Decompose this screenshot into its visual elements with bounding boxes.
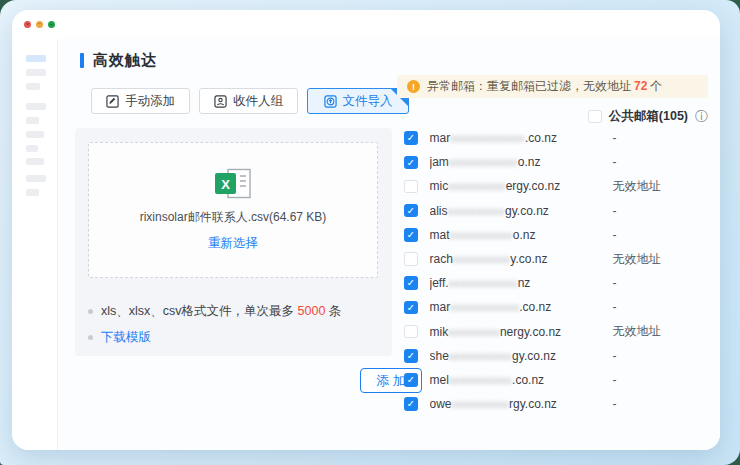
page-title-row: 高效触达 bbox=[80, 51, 157, 70]
sidebar-item[interactable] bbox=[26, 189, 39, 196]
email-checkbox[interactable] bbox=[404, 325, 418, 339]
sidebar-item[interactable] bbox=[26, 158, 44, 165]
masked-email-part: xxxxxxxxxx bbox=[448, 180, 506, 192]
warning-icon: ! bbox=[407, 80, 420, 93]
check-icon: ✓ bbox=[407, 133, 415, 143]
public-mailbox-row: 公共邮箱(105) ⓘ bbox=[397, 108, 708, 125]
tab-label: 文件导入 bbox=[343, 93, 393, 110]
email-checkbox[interactable]: ✓ bbox=[404, 349, 418, 363]
tab-label: 收件人组 bbox=[233, 93, 283, 110]
check-icon: ✓ bbox=[407, 375, 415, 385]
tab-manual-add[interactable]: 手动添加 bbox=[91, 88, 190, 114]
email-address: marxxxxxxxxxxxx.co.nz bbox=[430, 300, 613, 314]
format-hint: xls、xlsx、csv格式文件，单次最多 5000 条 bbox=[88, 303, 341, 320]
zoom-icon[interactable]: + bbox=[48, 21, 55, 28]
email-status: - bbox=[613, 204, 617, 218]
masked-email-part: xxxxxxxxxx bbox=[453, 253, 511, 265]
download-template-link[interactable]: 下载模版 bbox=[101, 329, 151, 346]
email-checkbox[interactable] bbox=[404, 252, 418, 266]
upload-panel: X rixinsolar邮件联系人.csv(64.67 KB) 重新选择 xls… bbox=[75, 128, 392, 356]
tab-label: 手动添加 bbox=[125, 93, 175, 110]
email-checkbox[interactable]: ✓ bbox=[404, 228, 418, 242]
email-row: ✓ owexxxxxxxxxxrgy.co.nz - bbox=[404, 392, 716, 416]
email-address: mikxxxxxxxxxnergy.co.nz bbox=[430, 325, 613, 339]
masked-email-part: xxxxxxxxxxx bbox=[450, 229, 513, 241]
info-icon[interactable]: ⓘ bbox=[695, 110, 708, 123]
email-address: shexxxxxxxxxxxgy.co.nz bbox=[430, 349, 613, 363]
sidebar-item[interactable] bbox=[26, 117, 39, 124]
email-status: - bbox=[613, 300, 617, 314]
email-row: ✓ matxxxxxxxxxxxo.nz - bbox=[404, 223, 716, 247]
file-dropzone[interactable]: X rixinsolar邮件联系人.csv(64.67 KB) 重新选择 bbox=[88, 142, 378, 278]
check-icon: ✓ bbox=[407, 399, 415, 409]
email-row: ✓ jeff.xxxxxxxxxxxxnz - bbox=[404, 271, 716, 295]
public-mailbox-checkbox[interactable] bbox=[588, 110, 602, 124]
sidebar-item[interactable] bbox=[26, 175, 46, 182]
template-row: 下载模版 bbox=[88, 329, 151, 346]
main-content: 高效触达 手动添加 收件人组 bbox=[58, 38, 720, 450]
format-hint-text: xls、xlsx、csv格式文件，单次最多 5000 条 bbox=[101, 303, 341, 320]
window-controls: × − + bbox=[24, 21, 55, 28]
reselect-link[interactable]: 重新选择 bbox=[208, 235, 258, 252]
check-icon: ✓ bbox=[407, 278, 415, 288]
sidebar-item[interactable] bbox=[26, 103, 46, 110]
max-count: 5000 bbox=[298, 304, 326, 318]
file-import-icon bbox=[324, 95, 337, 108]
email-status: - bbox=[613, 155, 617, 169]
email-status: 无效地址 bbox=[613, 251, 661, 268]
email-checkbox[interactable]: ✓ bbox=[404, 301, 418, 315]
email-status: 无效地址 bbox=[613, 323, 661, 340]
recipient-group-icon bbox=[214, 95, 227, 108]
email-row: ✓ marxxxxxxxxxxxx.co.nz - bbox=[404, 295, 716, 319]
email-status: 无效地址 bbox=[613, 178, 661, 195]
email-address: alisxxxxxxxxxxgy.co.nz bbox=[430, 204, 613, 218]
masked-email-part: xxxxxxxxxxxx bbox=[449, 156, 518, 168]
import-mode-tabs: 手动添加 收件人组 文件导入 ✓ bbox=[91, 88, 409, 114]
email-row: ✓ jamxxxxxxxxxxxxo.nz - bbox=[404, 150, 716, 174]
tab-file-import[interactable]: 文件导入 ✓ bbox=[307, 88, 409, 114]
check-icon: ✓ bbox=[407, 158, 415, 168]
email-checkbox[interactable]: ✓ bbox=[404, 156, 418, 170]
sidebar-item[interactable] bbox=[26, 69, 46, 76]
email-status: - bbox=[613, 397, 617, 411]
masked-email-part: xxxxxxxxxxxx bbox=[450, 301, 519, 313]
title-accent-bar bbox=[80, 53, 84, 68]
close-icon[interactable]: × bbox=[24, 21, 31, 28]
public-mailbox-label: 公共邮箱(105) bbox=[609, 108, 688, 125]
email-row: ✓ alisxxxxxxxxxxgy.co.nz - bbox=[404, 199, 716, 223]
email-address: rachxxxxxxxxxxy.co.nz bbox=[430, 252, 613, 266]
email-status: - bbox=[613, 373, 617, 387]
tab-recipient-group[interactable]: 收件人组 bbox=[199, 88, 298, 114]
sidebar-item[interactable] bbox=[26, 131, 44, 138]
email-checkbox[interactable]: ✓ bbox=[404, 373, 418, 387]
email-checkbox[interactable] bbox=[404, 180, 418, 194]
email-checkbox[interactable]: ✓ bbox=[404, 204, 418, 218]
masked-email-part: xxxxxxxxxx bbox=[448, 205, 506, 217]
email-row: rachxxxxxxxxxxy.co.nz 无效地址 bbox=[404, 247, 716, 271]
alert-text: 异常邮箱：重复邮箱已过滤，无效地址72个 bbox=[427, 78, 662, 95]
svg-text:X: X bbox=[221, 177, 230, 192]
email-status: - bbox=[613, 276, 617, 290]
masked-email-part: xxxxxxxxxx bbox=[452, 398, 510, 410]
minimize-icon[interactable]: − bbox=[36, 21, 43, 28]
bullet-icon bbox=[88, 309, 93, 314]
email-checkbox[interactable]: ✓ bbox=[404, 397, 418, 411]
email-address: jeff.xxxxxxxxxxxxnz bbox=[430, 276, 613, 290]
email-checkbox[interactable]: ✓ bbox=[404, 131, 418, 145]
masked-email-part: xxxxxxxxxxx bbox=[449, 374, 512, 386]
email-row: ✓ shexxxxxxxxxxxgy.co.nz - bbox=[404, 344, 716, 368]
email-row: micxxxxxxxxxxergy.co.nz 无效地址 bbox=[404, 174, 716, 198]
check-icon: ✓ bbox=[407, 206, 415, 216]
masked-email-part: xxxxxxxxx bbox=[448, 326, 500, 338]
email-row: ✓ marxxxxxxxxxxxxx.co.nz - bbox=[404, 126, 716, 150]
page-title: 高效触达 bbox=[93, 51, 157, 70]
email-status: - bbox=[613, 228, 617, 242]
email-address: marxxxxxxxxxxxxx.co.nz bbox=[430, 131, 613, 145]
invalid-count: 72 bbox=[634, 79, 647, 93]
sidebar-item[interactable] bbox=[26, 145, 38, 152]
sidebar-item-active[interactable] bbox=[26, 55, 46, 62]
email-checkbox[interactable]: ✓ bbox=[404, 276, 418, 290]
app-window: × − + 高效触达 手动添加 收件人组 bbox=[12, 10, 720, 450]
sidebar-item[interactable] bbox=[26, 83, 40, 90]
email-list: ✓ marxxxxxxxxxxxxx.co.nz - ✓ jamxxxxxxxx… bbox=[404, 126, 716, 416]
